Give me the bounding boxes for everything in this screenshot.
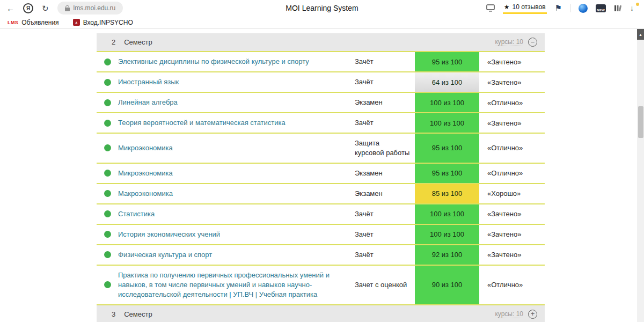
course-link[interactable]: Микроэкономика: [118, 164, 355, 183]
course-link[interactable]: История экономических учений: [118, 225, 355, 244]
status-dot-cell: [97, 204, 118, 224]
semester-3-header: 3 Семестр курсы: 10 +: [97, 305, 545, 322]
toolbar-divider: [570, 4, 570, 12]
page-content: 2 Семестр курсы: 10 − Элективные дисципл…: [0, 29, 644, 322]
course-row: Микроэкономика Защита курсовой работы 95…: [97, 134, 545, 164]
course-link[interactable]: Линейная алгебра: [118, 93, 355, 112]
grade-text: «Зачтено»: [479, 245, 545, 265]
download-icon[interactable]: ↓: [630, 4, 638, 12]
score-cell: 100 из 100: [415, 93, 479, 112]
new-extension-icon[interactable]: NEW: [596, 4, 606, 12]
status-dot-icon: [104, 190, 111, 197]
browser-toolbar: ← Я ↻ lms.moi.edu.ru MOI Learning System…: [0, 0, 644, 16]
collapse-semester-icon[interactable]: −: [528, 38, 537, 47]
back-icon[interactable]: ←: [6, 4, 14, 12]
screen-share-icon[interactable]: [486, 4, 495, 12]
score-cell: 100 из 100: [415, 113, 479, 133]
status-dot-cell: [97, 52, 118, 71]
status-dot-icon: [104, 251, 111, 258]
score-cell: 90 из 100: [415, 266, 479, 304]
assessment-type: Экзамен: [355, 184, 415, 203]
scrollbar-thumb[interactable]: [638, 106, 643, 138]
yandex-icon[interactable]: Я: [23, 3, 33, 13]
grades-table: 2 Семестр курсы: 10 − Элективные дисципл…: [97, 33, 545, 322]
inpsycho-logo-icon: ▲: [73, 19, 80, 26]
expand-semester-icon[interactable]: +: [528, 310, 537, 319]
course-row: Линейная алгебра Экзамен 100 из 100 «Отл…: [97, 93, 545, 113]
assessment-type: Зачёт: [355, 72, 415, 92]
semester-number: 3: [112, 310, 115, 318]
grade-text: «Отлично»: [479, 266, 545, 304]
status-dot-icon: [104, 99, 111, 106]
assessment-type: Экзамен: [355, 93, 415, 112]
scroll-up-icon[interactable]: ▲: [637, 29, 644, 40]
lms-logo-icon: LMS: [8, 20, 18, 25]
status-dot-icon: [104, 210, 111, 217]
bookmark-lms-announcements[interactable]: LMS Объявления: [8, 19, 59, 26]
status-dot-icon: [104, 58, 111, 65]
status-dot-cell: [97, 72, 118, 92]
assessment-type: Зачёт: [355, 245, 415, 265]
reviews-badge[interactable]: ★ 10 отзывов: [503, 2, 547, 14]
score-cell: 100 из 100: [415, 225, 479, 244]
status-dot-cell: [97, 113, 118, 133]
course-link[interactable]: Теория вероятностей и математическая ста…: [118, 113, 355, 133]
course-row: Физическая культура и спорт Зачёт 92 из …: [97, 245, 545, 266]
status-dot-icon: [104, 231, 111, 238]
grade-text: «Зачтено»: [479, 204, 545, 224]
course-table-body: Элективные дисциплины по физической куль…: [97, 52, 545, 305]
course-row: Иностранный язык Зачёт 64 из 100 «Зачтен…: [97, 72, 545, 93]
semester-number: 2: [112, 38, 115, 46]
url-text: lms.moi.edu.ru: [74, 4, 116, 12]
score-cell: 85 из 100: [415, 184, 479, 203]
score-cell: 64 из 100: [415, 72, 479, 92]
score-cell: 95 из 100: [415, 134, 479, 163]
course-link[interactable]: Элективные дисциплины по физической куль…: [118, 52, 355, 71]
courses-count-link[interactable]: курсы: 10: [495, 310, 523, 318]
bookmark-label: Вход.INPSYCHO: [83, 19, 133, 26]
status-dot-cell: [97, 245, 118, 265]
star-icon: ★: [504, 3, 510, 11]
assessment-type: Зачёт: [355, 225, 415, 244]
course-link[interactable]: Статистика: [118, 204, 355, 224]
reviews-count: 10 отзывов: [513, 3, 546, 11]
grade-text: «Зачтено»: [479, 52, 545, 71]
score-cell: 100 из 100: [415, 204, 479, 224]
course-link[interactable]: Физическая культура и спорт: [118, 245, 355, 265]
course-row: Макроэкономика Экзамен 85 из 100 «Хорошо…: [97, 184, 545, 204]
browser-ball-extension-icon[interactable]: [579, 4, 588, 13]
grade-text: «Отлично»: [479, 164, 545, 183]
course-row: История экономических учений Зачёт 100 и…: [97, 225, 545, 245]
bookmark-flag-icon[interactable]: ⚑: [555, 3, 562, 13]
assessment-type: Защита курсовой работы: [355, 134, 415, 163]
course-row: Теория вероятностей и математическая ста…: [97, 113, 545, 134]
collections-icon[interactable]: [614, 4, 622, 12]
status-dot-cell: [97, 266, 118, 304]
course-link[interactable]: Микроэкономика: [118, 134, 355, 163]
course-link[interactable]: Иностранный язык: [118, 72, 355, 92]
assessment-type: Зачёт: [355, 204, 415, 224]
grade-text: «Зачтено»: [479, 72, 545, 92]
bookmark-label: Объявления: [21, 19, 58, 26]
assessment-type: Зачет с оценкой: [355, 266, 415, 304]
status-dot-icon: [104, 281, 111, 288]
course-link[interactable]: Практика по получению первичных професси…: [118, 266, 355, 304]
refresh-icon[interactable]: ↻: [42, 4, 49, 12]
score-cell: 95 из 100: [415, 164, 479, 183]
course-link[interactable]: Макроэкономика: [118, 184, 355, 203]
semester-label: Семестр: [124, 38, 152, 46]
course-row: Элективные дисциплины по физической куль…: [97, 52, 545, 72]
course-row: Статистика Зачёт 100 из 100 «Зачтено»: [97, 204, 545, 225]
courses-count-link[interactable]: курсы: 10: [495, 38, 523, 46]
grade-text: «Отлично»: [479, 93, 545, 112]
bookmark-inpsycho-login[interactable]: ▲ Вход.INPSYCHO: [73, 19, 133, 26]
scrollbar[interactable]: ▲: [637, 29, 644, 322]
status-dot-icon: [104, 120, 111, 127]
status-dot-icon: [104, 170, 111, 177]
bookmarks-bar: LMS Объявления ▲ Вход.INPSYCHO: [0, 16, 644, 29]
semester-2-header: 2 Семестр курсы: 10 −: [97, 33, 545, 52]
address-bar[interactable]: lms.moi.edu.ru: [57, 2, 123, 14]
assessment-type: Зачёт: [355, 52, 415, 71]
grade-text: «Хорошо»: [479, 184, 545, 203]
lock-icon: [65, 8, 70, 11]
